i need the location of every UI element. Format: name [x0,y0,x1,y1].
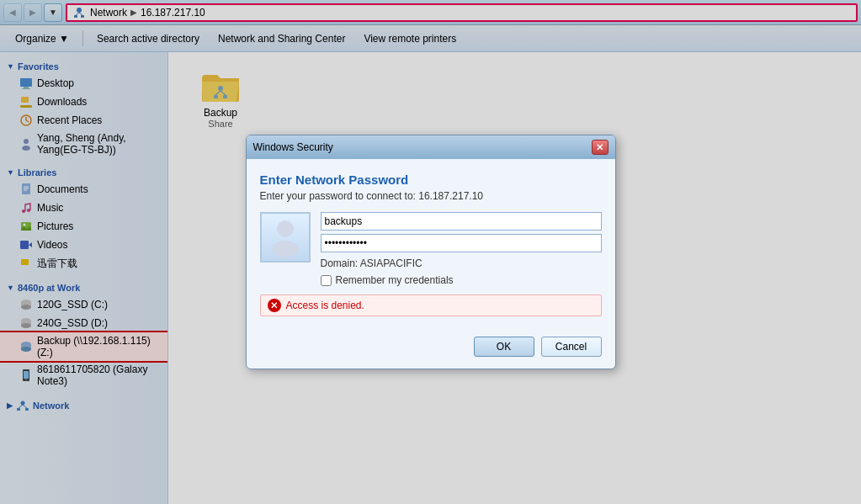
remember-credentials-label: Remember my credentials [336,274,454,286]
dialog-titlebar: Windows Security ✕ [247,135,615,159]
error-icon: ✕ [268,299,281,312]
remember-credentials-row: Remember my credentials [321,274,602,286]
svg-point-49 [272,241,299,257]
windows-security-dialog: Windows Security ✕ Enter Network Passwor… [246,135,616,369]
form-fields: Domain: ASIAPACIFIC Remember my credenti… [321,212,602,286]
username-input[interactable] [321,212,602,231]
svg-point-48 [277,220,294,237]
dialog-close-button[interactable]: ✕ [592,140,609,155]
dialog-content: Domain: ASIAPACIFIC Remember my credenti… [260,212,602,286]
error-text: Access is denied. [286,300,364,311]
dialog-heading: Enter Network Password [260,172,602,187]
error-row: ✕ Access is denied. [260,294,602,316]
password-input[interactable] [321,234,602,252]
dialog-subtext: Enter your password to connect to: 16.18… [260,190,602,202]
remember-credentials-checkbox[interactable] [321,275,332,286]
dialog-body: Enter Network Password Enter your passwo… [247,159,615,330]
dialog-overlay: Windows Security ✕ Enter Network Passwor… [0,0,861,504]
cancel-button[interactable]: Cancel [541,337,602,357]
dialog-title: Windows Security [253,141,333,153]
ok-button[interactable]: OK [474,337,534,357]
user-avatar-box [260,212,311,263]
dialog-footer: OK Cancel [247,330,615,369]
domain-label: Domain: ASIAPACIFIC [321,257,602,269]
